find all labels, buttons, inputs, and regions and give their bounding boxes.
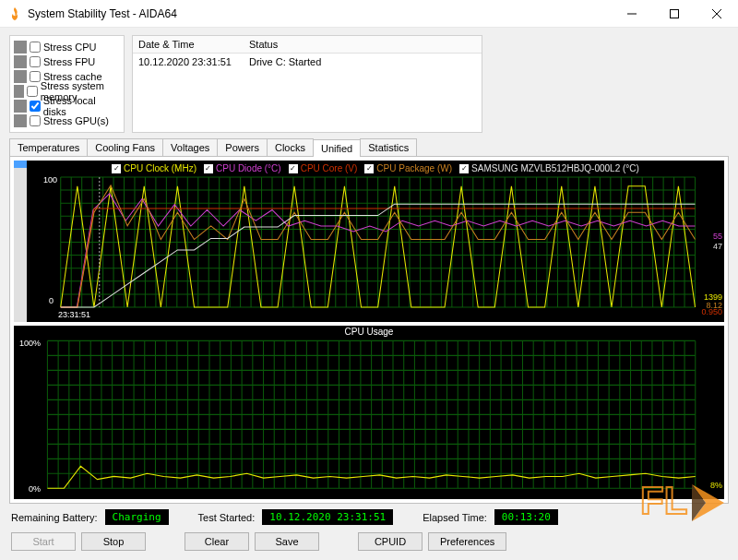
chart1-legend: ✓CPU Clock (MHz)✓CPU Diode (°C)✓CPU Core… (27, 162, 724, 173)
legend-checkbox[interactable]: ✓ (204, 164, 213, 173)
legend-item[interactable]: ✓CPU Clock (MHz) (112, 163, 196, 173)
tab-cooling-fans[interactable]: Cooling Fans (87, 138, 163, 156)
legend-checkbox[interactable]: ✓ (112, 164, 121, 173)
app-icon (7, 6, 22, 21)
stress-option-4: Stress local disks (14, 99, 120, 113)
stress-option-0: Stress CPU (14, 40, 120, 54)
legend-item[interactable]: ✓CPU Package (W) (364, 163, 452, 173)
unified-chart-row: ✓CPU Clock (MHz)✓CPU Diode (°C)✓CPU Core… (14, 161, 724, 322)
stress-label-5: Stress GPU(s) (43, 115, 109, 126)
tab-unified[interactable]: Unified (313, 139, 361, 157)
stress-option-icon (14, 100, 27, 113)
chart1-progress-bar (14, 161, 27, 322)
chart1-ymax: 100 (43, 175, 57, 185)
chart1-right-value: 47 (713, 242, 722, 251)
tab-voltages[interactable]: Voltages (162, 138, 218, 156)
started-label: Test Started: (198, 512, 256, 523)
cpu-usage-chart[interactable]: CPU Usage 100% 0% 8% (14, 326, 724, 499)
cpuid-button[interactable]: CPUID (358, 532, 423, 551)
chart2-ymax: 100% (19, 339, 41, 348)
chart1-plot (27, 161, 724, 322)
tab-powers[interactable]: Powers (217, 138, 268, 156)
chart1-right-value: 0.950 (701, 307, 722, 316)
stress-option-1: Stress FPU (14, 54, 120, 69)
log-row[interactable]: 10.12.2020 23:31:51Drive C: Started (133, 54, 482, 71)
start-button[interactable]: Start (11, 532, 76, 551)
stress-checkbox-5[interactable] (30, 115, 41, 126)
tab-clocks[interactable]: Clocks (267, 138, 314, 156)
chart-tabs: TemperaturesCooling FansVoltagesPowersCl… (9, 138, 729, 157)
minimize-button[interactable] (611, 0, 653, 28)
chart1-ymin: 0 (49, 296, 54, 305)
unified-chart[interactable]: ✓CPU Clock (MHz)✓CPU Diode (°C)✓CPU Core… (27, 161, 724, 322)
stop-button[interactable]: Stop (81, 532, 146, 551)
close-button[interactable] (696, 0, 738, 28)
legend-item[interactable]: ✓SAMSUNG MZVLB512HBJQ-000L2 (°C) (459, 163, 639, 173)
tab-statistics[interactable]: Statistics (360, 138, 417, 156)
elapsed-label: Elapsed Time: (423, 512, 487, 523)
legend-checkbox[interactable]: ✓ (364, 164, 374, 173)
stress-option-icon (14, 70, 27, 83)
stress-checkbox-0[interactable] (30, 42, 41, 53)
stress-option-icon (14, 55, 27, 68)
save-button[interactable]: Save (255, 532, 319, 551)
svg-rect-1 (671, 9, 679, 18)
chart2-right-value: 8% (710, 481, 722, 490)
legend-checkbox[interactable]: ✓ (289, 164, 298, 173)
elapsed-value: 00:13:20 (494, 509, 558, 525)
chart2-title: CPU Usage (14, 327, 724, 337)
stress-label-1: Stress FPU (43, 56, 95, 67)
chart1-right-value: 55 (713, 232, 722, 241)
window-title: System Stability Test - AIDA64 (28, 7, 611, 20)
stress-option-icon (14, 85, 24, 98)
button-row: Start Stop Clear Save CPUID Preferences (9, 527, 729, 553)
event-log: Date & Time Status 10.12.2020 23:31:51Dr… (132, 35, 482, 133)
stress-label-0: Stress CPU (43, 42, 96, 53)
stress-checkbox-1[interactable] (30, 56, 41, 67)
stress-label-4: Stress local disks (43, 95, 120, 117)
log-header-datetime: Date & Time (133, 36, 244, 54)
maximize-button[interactable] (653, 0, 696, 28)
chart2-plot (14, 326, 724, 499)
clear-button[interactable]: Clear (184, 532, 249, 551)
stress-checkbox-2[interactable] (30, 71, 41, 82)
titlebar: System Stability Test - AIDA64 (0, 0, 738, 28)
stress-option-icon (14, 114, 27, 127)
chart2-ymin: 0% (29, 484, 41, 494)
started-value: 10.12.2020 23:31:51 (262, 509, 393, 525)
stress-options-panel: Stress CPU Stress FPU Stress cache Stres… (9, 35, 125, 133)
battery-value: Charging (105, 509, 169, 525)
stress-checkbox-3[interactable] (27, 86, 38, 97)
preferences-button[interactable]: Preferences (428, 532, 506, 551)
log-header-status: Status (244, 36, 482, 54)
legend-item[interactable]: ✓CPU Diode (°C) (204, 163, 281, 173)
legend-item[interactable]: ✓CPU Core (V) (289, 163, 358, 173)
chart1-xstart: 23:31:51 (58, 310, 90, 319)
stress-option-icon (14, 41, 27, 54)
stress-checkbox-4[interactable] (30, 101, 41, 112)
battery-label: Remaining Battery: (11, 512, 98, 523)
legend-checkbox[interactable]: ✓ (459, 164, 469, 173)
tab-temperatures[interactable]: Temperatures (9, 138, 88, 156)
stress-option-5: Stress GPU(s) (14, 113, 120, 128)
status-bar: Remaining Battery: Charging Test Started… (9, 504, 729, 527)
charts-panel: ✓CPU Clock (MHz)✓CPU Diode (°C)✓CPU Core… (9, 157, 729, 504)
